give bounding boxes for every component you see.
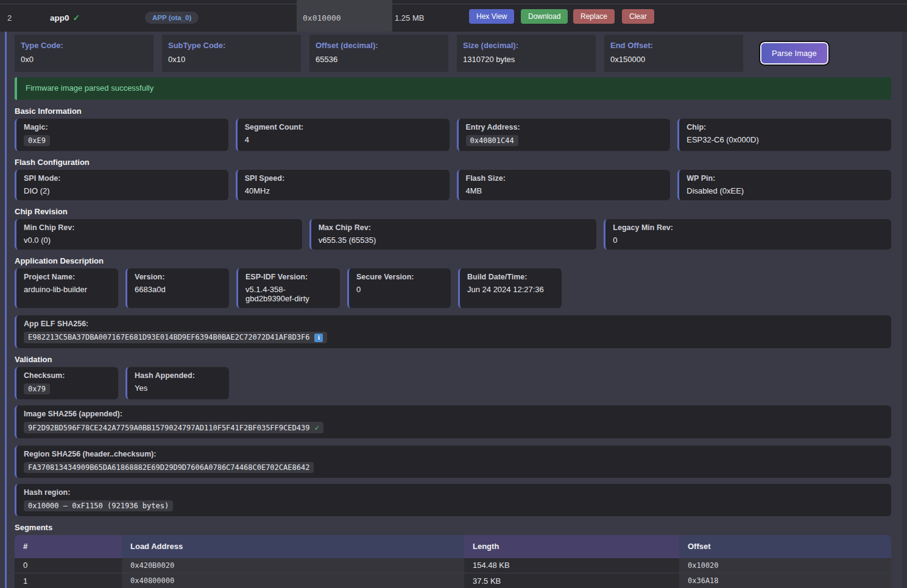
section-title-basic-information: Basic Information: [15, 107, 891, 116]
card-max-chip-rev: Max Chip Rev: v655.35 (65535): [309, 219, 597, 250]
flash-config-row: SPI Mode: DIO (2) SPI Speed: 40MHz Flash…: [15, 170, 891, 200]
metric-size-decimal: Size (decimal): 1310720 bytes: [457, 35, 596, 72]
card-flash-size: Flash Size: 4MB: [457, 170, 671, 200]
table-row: 1 0x40800000 37.5 KB 0x36A18: [15, 573, 891, 588]
validation-row: Checksum: 0x79 Hash Appended: Yes: [15, 367, 891, 399]
image-sha256-value: 9F2D92BD596F78CE242A7759A0BB1579024797AD…: [24, 422, 323, 433]
card-chip: Chip: ESP32-C6 (0x000D): [677, 119, 891, 151]
hash-region-value: 0x10000 – 0xF1150 (921936 bytes): [24, 500, 173, 511]
partition-index: 2: [7, 4, 12, 32]
col-header-length: Length: [464, 535, 679, 558]
parse-image-button[interactable]: Parse Image: [760, 42, 828, 65]
basic-info-row: Magic: 0xE9 Segment Count: 4 Entry Addre…: [15, 119, 891, 151]
col-header-offset: Offset: [679, 535, 891, 558]
card-spi-speed: SPI Speed: 40MHz: [236, 170, 450, 200]
app-description-row: Project Name: arduino-lib-builder Versio…: [15, 268, 891, 308]
segments-table: # Load Address Length Offset 0 0x420B002…: [15, 535, 891, 588]
card-esp-idf-version: ESP-IDF Version: v5.1.4-358-gbd2b9390ef-…: [236, 268, 340, 308]
partition-size: 1.25 MB: [395, 4, 424, 32]
replace-button[interactable]: Replace: [573, 9, 615, 24]
clear-button[interactable]: Clear: [622, 9, 654, 24]
card-region-sha256: Region SHA256 (header..checksum): FA3708…: [15, 446, 891, 478]
app-elf-sha256-value: E982213C5BA37DBA007167E681D93E014BD9EF63…: [24, 332, 327, 343]
card-magic: Magic: 0xE9: [15, 119, 228, 151]
partition-detail-panel: Type Code: 0x0 SubType Code: 0x10 Offset…: [5, 32, 907, 588]
region-sha256-value: FA370813434909B65DA61868882E69D29D9D7606…: [24, 462, 314, 473]
metric-type-code: Type Code: 0x0: [15, 35, 154, 72]
card-hash-appended: Hash Appended: Yes: [125, 367, 229, 399]
partition-offset-input[interactable]: [297, 0, 392, 32]
partition-type-badge: APP (ota_0): [145, 12, 199, 24]
section-title-chip-revision: Chip Revision: [15, 207, 891, 216]
card-segment-count: Segment Count: 4: [236, 119, 450, 151]
card-build-datetime: Build Date/Time: Jun 24 2024 12:27:36: [458, 268, 562, 308]
col-header-num: #: [15, 535, 122, 558]
card-wp-pin: WP Pin: Disabled (0xEE): [677, 170, 891, 200]
metric-offset-decimal: Offset (decimal): 65536: [309, 35, 448, 72]
partition-name: app0 ✓: [50, 4, 80, 32]
download-button[interactable]: Download: [521, 9, 568, 24]
chip-revision-row: Min Chip Rev: v0.0 (0) Max Chip Rev: v65…: [15, 219, 891, 250]
card-secure-version: Secure Version: 0: [347, 268, 451, 308]
section-title-application-description: Application Description: [15, 256, 891, 265]
card-version: Version: 6683a0d: [125, 268, 229, 308]
col-header-load-address: Load Address: [122, 535, 464, 558]
card-spi-mode: SPI Mode: DIO (2): [15, 170, 228, 200]
card-checksum: Checksum: 0x79: [15, 367, 118, 399]
section-title-validation: Validation: [15, 355, 891, 364]
card-hash-region: Hash region: 0x10000 – 0xF1150 (921936 b…: [15, 484, 891, 516]
segments-header-row: # Load Address Length Offset: [15, 535, 891, 558]
info-icon[interactable]: i: [314, 334, 323, 342]
valid-check-icon: ✓: [73, 13, 80, 23]
entry-address-value: 0x40801C44: [466, 135, 518, 146]
metric-subtype-code: SubType Code: 0x10: [162, 35, 301, 72]
magic-value: 0xE9: [24, 135, 50, 146]
card-image-sha256: Image SHA256 (appended): 9F2D92BD596F78C…: [15, 405, 891, 438]
card-min-chip-rev: Min Chip Rev: v0.0 (0): [15, 219, 302, 250]
table-row: 0 0x420B0020 154.48 KB 0x10020: [15, 558, 891, 573]
card-project-name: Project Name: arduino-lib-builder: [15, 268, 118, 308]
card-entry-address: Entry Address: 0x40801C44: [457, 119, 671, 151]
card-legacy-min-rev: Legacy Min Rev: 0: [604, 219, 891, 250]
success-banner: Firmware image parsed successfully: [15, 77, 891, 100]
card-app-elf-sha256: App ELF SHA256: E982213C5BA37DBA007167E6…: [15, 315, 891, 348]
section-title-flash-configuration: Flash Configuration: [15, 158, 891, 167]
scrollbar[interactable]: [902, 32, 907, 588]
checksum-value: 0x79: [24, 383, 50, 394]
section-title-segments: Segments: [15, 523, 891, 532]
hex-view-button[interactable]: Hex View: [469, 9, 514, 24]
metric-end-offset: End Offset: 0x150000: [604, 35, 743, 72]
detail-metrics-row: Type Code: 0x0 SubType Code: 0x10 Offset…: [15, 35, 891, 72]
partition-row[interactable]: 2 app0 ✓ APP (ota_0) 1.25 MB Hex View Do…: [0, 0, 907, 32]
sha-valid-check-icon: ✓: [314, 423, 319, 432]
